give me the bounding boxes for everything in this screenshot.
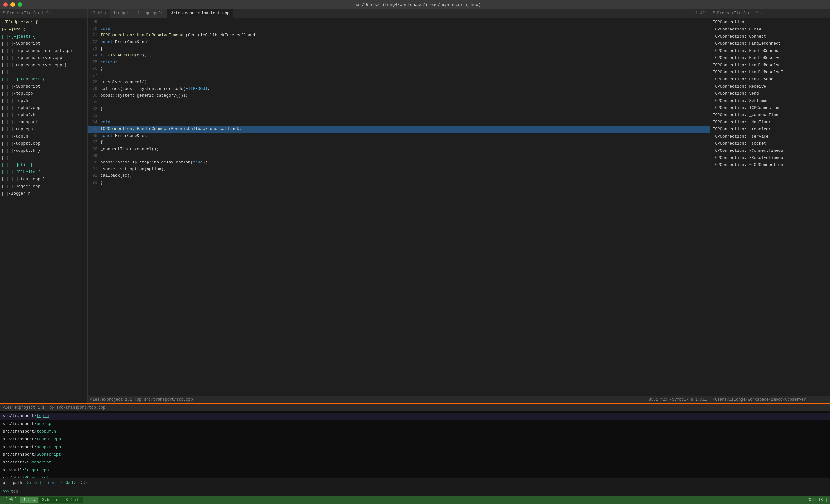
file-tree[interactable]: -[F]udpserver { |-[F]src { | |-[F]tests … — [0, 18, 87, 404]
symbol-item[interactable]: TCPConnection — [710, 19, 830, 26]
line-number: 72 — [88, 39, 100, 46]
tree-item[interactable]: | |-[F]tests { — [0, 33, 87, 40]
symbol-item[interactable]: TCPConnection::_resolver — [710, 126, 830, 133]
symbol-item[interactable]: TCPConnection::_connectTimer — [710, 112, 830, 119]
file-list-item[interactable]: src/util/logger.cpp — [0, 467, 830, 474]
tree-item[interactable]: | | |-SConscript — [0, 40, 87, 48]
tree-item[interactable]: | | |-tcp.cpp — [0, 90, 87, 97]
symbol-item[interactable]: TCPConnection::_service — [710, 133, 830, 140]
symbol-item[interactable]: ~ — [710, 169, 830, 176]
tree-item[interactable]: | | |-tcp-echo-server.cpp — [0, 55, 87, 62]
tab-1[interactable]: 2:tcp.cpp]* — [134, 9, 167, 18]
line-content: { — [100, 139, 103, 146]
code-line-88: 88 _connectTimer->cancel(); — [88, 146, 710, 153]
tree-item[interactable]: | | |-udp.cpp — [0, 126, 87, 133]
tree-item[interactable]: | |-logger.h — [0, 190, 87, 197]
symbol-item[interactable]: TCPConnection::Close — [710, 26, 830, 33]
panels-row: " Press <F1> for help -[F]udpserver { |-… — [0, 9, 830, 404]
line-content: { — [100, 46, 103, 53]
tree-item[interactable]: | |-[F]transport { — [0, 76, 87, 83]
bottom-status-top: <les.exproject 1,1 Top src/transport/tcp… — [0, 404, 830, 411]
line-content: void — [100, 119, 110, 126]
line-content: TCPConnection::HandleResolveTimeout(Gene… — [100, 32, 259, 39]
symbol-item[interactable]: TCPConnection::~TCPConnection — [710, 161, 830, 169]
tab-0[interactable]: 1:udp.h — [109, 9, 134, 18]
close-button[interactable] — [3, 2, 8, 7]
code-line-72: 72 const ErrorCode& ec) — [88, 39, 710, 46]
code-line-84: 84void — [88, 119, 710, 126]
symbol-item[interactable]: TCPConnection::HandleResolve — [710, 62, 830, 69]
code-line-86: 86 const ErrorCode& ec) — [88, 133, 710, 139]
line-content: const ErrorCode& ec) — [100, 39, 149, 46]
tab-2[interactable]: 3:tcp-connection-test.cpp — [167, 9, 233, 18]
tree-item[interactable]: | | |-udp.h — [0, 133, 87, 140]
tree-item[interactable]: | | |-tcpbuf.h — [0, 112, 87, 119]
file-list-item[interactable]: src/transport/tcpbuf.h — [0, 428, 830, 436]
symbol-item[interactable]: TCPConnection::HandleSend — [710, 76, 830, 83]
tree-item[interactable]: | | |-tcpbuf.cpp — [0, 104, 87, 112]
tree-item[interactable]: | | |-logger.cpp — [0, 183, 87, 190]
file-list-item[interactable]: src/transport/udppkt.cpp — [0, 444, 830, 451]
symbol-item[interactable]: TCPConnection::kResolveTimeou — [710, 154, 830, 161]
tabbar-label: -TabBar- — [91, 11, 109, 15]
minimize-button[interactable] — [10, 2, 15, 7]
tree-item[interactable]: | | |-udppkt.cpp — [0, 140, 87, 147]
symbol-item[interactable]: TCPConnection::Receive — [710, 83, 830, 90]
code-line-92: 92 callback(ec); — [88, 172, 710, 179]
tree-item[interactable]: |-[F]src { — [0, 26, 87, 33]
tree-item[interactable]: | | |-[F]Hello { — [0, 169, 87, 176]
code-line-76: 76 } — [88, 65, 710, 72]
symbol-list[interactable]: TCPConnectionTCPConnection::CloseTCPConn… — [710, 18, 830, 396]
tree-item[interactable]: | | — [0, 154, 87, 161]
tree-item[interactable]: | | |-tcp-connection-test.cpp — [0, 48, 87, 55]
line-number: 90 — [88, 159, 100, 166]
tree-item[interactable]: | | |-SConscript — [0, 83, 87, 90]
tree-item[interactable]: | | — [0, 69, 87, 76]
file-list-item[interactable]: src/transport/tcpbuf.cpp — [0, 436, 830, 444]
line-number: 73 — [88, 46, 100, 53]
tree-item[interactable]: | | |-udp-echo-server.cpp } — [0, 62, 87, 69]
line-number: 70 — [88, 26, 100, 32]
symbol-item[interactable]: TCPConnection::HandleReceive — [710, 55, 830, 62]
code-line-83: 83 — [88, 113, 710, 119]
file-list-item[interactable]: src/tests/SConscript — [0, 459, 830, 467]
tree-item[interactable]: | | | |-test.cpp } — [0, 176, 87, 183]
symbol-item[interactable]: TCPConnection::_dnsTimer — [710, 119, 830, 126]
line-number: 82 — [88, 106, 100, 113]
tree-item[interactable]: | |-[F]util { — [0, 161, 87, 169]
code-line-87: 87{ — [88, 139, 710, 146]
line-number: 88 — [88, 146, 100, 153]
tmux-status-bar: [udp] 1:src2:build3:fish [2019-18-] — [0, 496, 830, 504]
tree-item[interactable]: | | |-udppkt.h } — [0, 147, 87, 154]
line-number: 76 — [88, 65, 100, 72]
cmdbar-content: prt path <mru>={ files }=<buf> <-> — [3, 481, 87, 485]
file-list-item[interactable]: src/transport/udp.cpp — [0, 420, 830, 428]
symbol-item[interactable]: TCPConnection::kConnectTimeou — [710, 147, 830, 154]
symbol-item[interactable]: TCPConnection::HandleConnect — [710, 40, 830, 48]
symbol-item[interactable]: TCPConnection::_socket — [710, 140, 830, 147]
symbol-item[interactable]: TCPConnection::SetTimer — [710, 97, 830, 104]
file-list-item[interactable]: src/transport/tcp.h — [0, 413, 830, 420]
tmux-tabs: [udp] 1:src2:build3:fish — [3, 497, 83, 503]
title-bar: tmux /Users/lilong4/workspace/imooc/udps… — [0, 0, 830, 9]
tree-item[interactable]: -[F]udpserver { — [0, 19, 87, 26]
bottom-file-list[interactable]: src/transport/tcp.hsrc/transport/udp.cpp… — [0, 411, 830, 478]
code-line-89: 89 — [88, 153, 710, 160]
tree-item[interactable]: | | |-transport.h — [0, 119, 87, 126]
code-line-93: 93} — [88, 179, 710, 186]
symbol-item[interactable]: TCPConnection::HandleConnectT — [710, 48, 830, 55]
symbol-item[interactable]: TCPConnection::TCPConnection — [710, 104, 830, 112]
cmdbar-opt4: <-> — [79, 481, 87, 485]
tmux-tab[interactable]: 3:fish — [62, 497, 83, 503]
tree-item[interactable]: | | |-tcp.h — [0, 97, 87, 104]
symbol-item[interactable]: TCPConnection::Send — [710, 90, 830, 97]
code-area[interactable]: 6970void71TCPConnection::HandleResolveTi… — [88, 18, 710, 396]
file-list-item[interactable]: src/transport/SConscript — [0, 451, 830, 459]
symbol-item[interactable]: TCPConnection::HandleResolveT — [710, 69, 830, 76]
terminal-input[interactable]: tcp_ — [11, 490, 21, 494]
symbol-item[interactable]: TCPConnection::Connect — [710, 33, 830, 40]
tmux-tab[interactable]: 1:src — [20, 497, 38, 503]
tmux-tab[interactable]: 2:build — [39, 497, 62, 503]
file-list-item[interactable]: src/util/SConscript — [0, 474, 830, 478]
fullscreen-button[interactable] — [18, 2, 22, 7]
